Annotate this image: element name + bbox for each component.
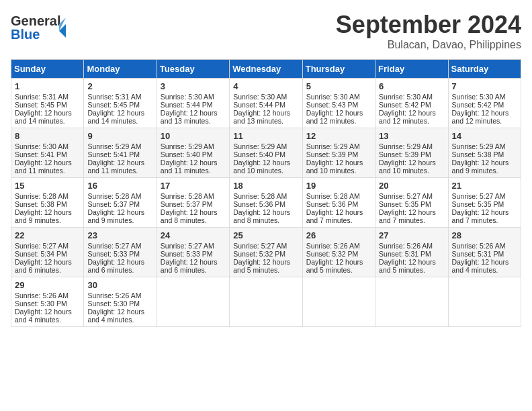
- daylight-text: Daylight: 12 hours and 5 minutes.: [306, 258, 363, 274]
- daylight-text: Daylight: 12 hours and 9 minutes.: [87, 208, 144, 224]
- sunrise-text: Sunrise: 5:26 AM: [452, 242, 506, 250]
- day-number: 20: [379, 181, 444, 191]
- table-row: 10Sunrise: 5:29 AMSunset: 5:40 PMDayligh…: [157, 128, 229, 178]
- sunrise-text: Sunrise: 5:30 AM: [452, 93, 506, 101]
- sunrise-text: Sunrise: 5:30 AM: [233, 93, 287, 101]
- logo: General Blue: [11, 11, 71, 47]
- col-thursday: Thursday: [302, 60, 375, 79]
- sunset-text: Sunset: 5:45 PM: [87, 101, 140, 109]
- table-row: 8Sunrise: 5:30 AMSunset: 5:41 PMDaylight…: [11, 128, 84, 178]
- daylight-text: Daylight: 12 hours and 12 minutes.: [306, 109, 363, 125]
- sunset-text: Sunset: 5:36 PM: [306, 200, 359, 208]
- daylight-text: Daylight: 12 hours and 12 minutes.: [452, 109, 509, 125]
- table-row: 15Sunrise: 5:28 AMSunset: 5:38 PMDayligh…: [11, 178, 84, 228]
- table-row: 16Sunrise: 5:28 AMSunset: 5:37 PMDayligh…: [84, 178, 157, 228]
- sunrise-text: Sunrise: 5:30 AM: [379, 93, 433, 101]
- sunset-text: Sunset: 5:36 PM: [233, 200, 285, 208]
- table-row: 26Sunrise: 5:26 AMSunset: 5:32 PMDayligh…: [302, 228, 375, 277]
- header-row: Sunday Monday Tuesday Wednesday Thursday…: [11, 60, 521, 79]
- sunset-text: Sunset: 5:44 PM: [233, 101, 285, 109]
- sunrise-text: Sunrise: 5:28 AM: [87, 192, 141, 200]
- col-saturday: Saturday: [448, 60, 521, 79]
- day-number: 25: [233, 230, 298, 240]
- calendar-table: Sunday Monday Tuesday Wednesday Thursday…: [11, 59, 521, 327]
- daylight-text: Daylight: 12 hours and 9 minutes.: [452, 158, 509, 175]
- col-friday: Friday: [375, 60, 448, 79]
- sunset-text: Sunset: 5:32 PM: [306, 250, 359, 258]
- daylight-text: Daylight: 12 hours and 14 minutes.: [15, 109, 72, 125]
- sunrise-text: Sunrise: 5:29 AM: [161, 142, 214, 150]
- daylight-text: Daylight: 12 hours and 13 minutes.: [161, 109, 218, 125]
- daylight-text: Daylight: 12 hours and 5 minutes.: [233, 258, 290, 274]
- col-tuesday: Tuesday: [157, 60, 229, 79]
- table-row: [230, 277, 302, 327]
- sunrise-text: Sunrise: 5:27 AM: [15, 242, 69, 250]
- day-number: 28: [452, 230, 517, 240]
- table-row: 7Sunrise: 5:30 AMSunset: 5:42 PMDaylight…: [448, 79, 521, 128]
- sunrise-text: Sunrise: 5:26 AM: [15, 291, 69, 300]
- day-number: 30: [87, 280, 152, 290]
- table-row: 3Sunrise: 5:30 AMSunset: 5:44 PMDaylight…: [157, 79, 229, 128]
- table-row: 28Sunrise: 5:26 AMSunset: 5:31 PMDayligh…: [448, 228, 521, 277]
- sunrise-text: Sunrise: 5:28 AM: [15, 192, 69, 200]
- daylight-text: Daylight: 12 hours and 4 minutes.: [452, 258, 509, 274]
- table-row: 13Sunrise: 5:29 AMSunset: 5:39 PMDayligh…: [375, 128, 448, 178]
- day-number: 26: [306, 230, 371, 240]
- sunset-text: Sunset: 5:37 PM: [87, 200, 140, 208]
- sunrise-text: Sunrise: 5:27 AM: [87, 242, 141, 250]
- sunset-text: Sunset: 5:42 PM: [379, 101, 431, 109]
- day-number: 29: [15, 280, 80, 290]
- col-wednesday: Wednesday: [230, 60, 302, 79]
- sunrise-text: Sunrise: 5:29 AM: [379, 142, 433, 150]
- day-number: 17: [161, 181, 226, 191]
- day-number: 8: [15, 131, 80, 141]
- sunset-text: Sunset: 5:38 PM: [15, 200, 67, 208]
- sunrise-text: Sunrise: 5:27 AM: [161, 242, 214, 250]
- day-number: 2: [87, 81, 152, 91]
- daylight-text: Daylight: 12 hours and 5 minutes.: [379, 258, 436, 274]
- table-row: 23Sunrise: 5:27 AMSunset: 5:33 PMDayligh…: [84, 228, 157, 277]
- daylight-text: Daylight: 12 hours and 4 minutes.: [15, 308, 72, 324]
- sunset-text: Sunset: 5:35 PM: [452, 200, 504, 208]
- sunrise-text: Sunrise: 5:27 AM: [379, 192, 433, 200]
- location: Bulacan, Davao, Philippines: [336, 39, 521, 51]
- daylight-text: Daylight: 12 hours and 4 minutes.: [87, 308, 144, 324]
- daylight-text: Daylight: 12 hours and 10 minutes.: [379, 158, 436, 175]
- sunset-text: Sunset: 5:42 PM: [452, 101, 504, 109]
- sunrise-text: Sunrise: 5:28 AM: [233, 192, 287, 200]
- sunrise-text: Sunrise: 5:27 AM: [452, 192, 506, 200]
- col-sunday: Sunday: [11, 60, 84, 79]
- sunrise-text: Sunrise: 5:29 AM: [87, 142, 141, 150]
- calendar-week-3: 15Sunrise: 5:28 AMSunset: 5:38 PMDayligh…: [11, 178, 521, 228]
- sunset-text: Sunset: 5:35 PM: [379, 200, 431, 208]
- day-number: 23: [87, 230, 152, 240]
- table-row: 12Sunrise: 5:29 AMSunset: 5:39 PMDayligh…: [302, 128, 375, 178]
- svg-text:General: General: [11, 13, 60, 28]
- sunset-text: Sunset: 5:45 PM: [15, 101, 67, 109]
- sunset-text: Sunset: 5:39 PM: [379, 150, 431, 158]
- sunset-text: Sunset: 5:30 PM: [87, 300, 140, 308]
- day-number: 22: [15, 230, 80, 240]
- day-number: 4: [233, 81, 298, 91]
- sunrise-text: Sunrise: 5:30 AM: [306, 93, 360, 101]
- sunrise-text: Sunrise: 5:27 AM: [233, 242, 287, 250]
- daylight-text: Daylight: 12 hours and 6 minutes.: [87, 258, 144, 274]
- day-number: 13: [379, 131, 444, 141]
- table-row: 18Sunrise: 5:28 AMSunset: 5:36 PMDayligh…: [230, 178, 302, 228]
- sunset-text: Sunset: 5:30 PM: [15, 300, 67, 308]
- day-number: 14: [452, 131, 517, 141]
- day-number: 21: [452, 181, 517, 191]
- day-number: 19: [306, 181, 371, 191]
- sunset-text: Sunset: 5:38 PM: [452, 150, 504, 158]
- sunset-text: Sunset: 5:40 PM: [161, 150, 213, 158]
- day-number: 3: [161, 81, 226, 91]
- sunrise-text: Sunrise: 5:26 AM: [87, 291, 141, 300]
- day-number: 27: [379, 230, 444, 240]
- calendar-week-4: 22Sunrise: 5:27 AMSunset: 5:34 PMDayligh…: [11, 228, 521, 277]
- title-block: September 2024 Bulacan, Davao, Philippin…: [336, 11, 521, 51]
- calendar-week-5: 29Sunrise: 5:26 AMSunset: 5:30 PMDayligh…: [11, 277, 521, 327]
- daylight-text: Daylight: 12 hours and 10 minutes.: [233, 158, 290, 175]
- sunset-text: Sunset: 5:39 PM: [306, 150, 359, 158]
- sunset-text: Sunset: 5:44 PM: [161, 101, 213, 109]
- daylight-text: Daylight: 12 hours and 9 minutes.: [15, 208, 72, 224]
